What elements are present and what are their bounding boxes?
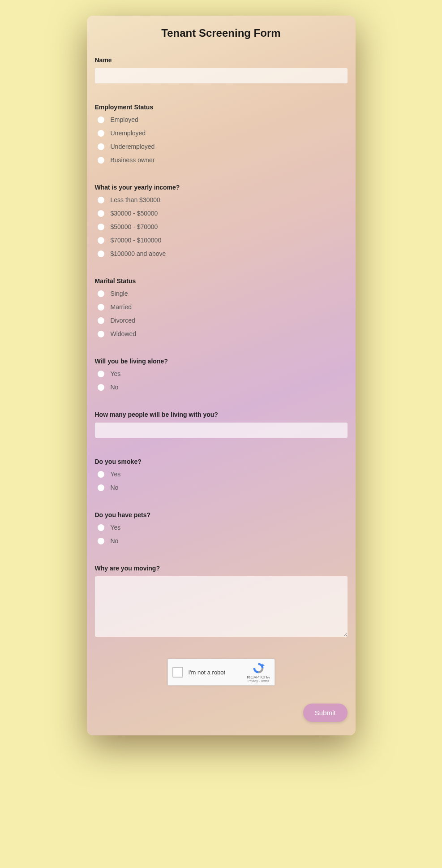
radio-icon[interactable] bbox=[98, 317, 104, 324]
radio-icon[interactable] bbox=[98, 371, 104, 377]
radio-icon[interactable] bbox=[98, 117, 104, 123]
recaptcha-container: I'm not a robot reCAPTCHA Privacy - Term… bbox=[95, 659, 348, 686]
income-label: What is your yearly income? bbox=[95, 184, 348, 191]
radio-label: Yes bbox=[111, 370, 121, 377]
radio-label: Divorced bbox=[111, 317, 135, 324]
radio-label: Business owner bbox=[111, 156, 155, 164]
field-employment: Employment Status Employed Unemployed Un… bbox=[95, 104, 348, 164]
recaptcha-checkbox[interactable] bbox=[172, 667, 183, 678]
radio-label: No bbox=[111, 484, 119, 491]
radio-label: Unemployed bbox=[111, 130, 146, 137]
smoke-options: Yes No bbox=[95, 471, 348, 491]
income-options: Less than $30000 $30000 - $50000 $50000 … bbox=[95, 196, 348, 257]
radio-label: Single bbox=[111, 290, 128, 297]
field-smoke: Do you smoke? Yes No bbox=[95, 458, 348, 491]
radio-icon[interactable] bbox=[98, 143, 104, 150]
pets-options: Yes No bbox=[95, 524, 348, 544]
marital-options: Single Married Divorced Widowed bbox=[95, 290, 348, 337]
radio-icon[interactable] bbox=[98, 250, 104, 257]
radio-icon[interactable] bbox=[98, 197, 104, 203]
radio-icon[interactable] bbox=[98, 237, 104, 244]
radio-icon[interactable] bbox=[98, 538, 104, 544]
radio-icon[interactable] bbox=[98, 331, 104, 337]
radio-item[interactable]: Widowed bbox=[95, 330, 348, 337]
radio-item[interactable]: $50000 - $70000 bbox=[95, 223, 348, 230]
field-alone: Will you be living alone? Yes No bbox=[95, 358, 348, 391]
radio-item[interactable]: No bbox=[95, 384, 348, 391]
submit-row: Submit bbox=[95, 704, 348, 722]
radio-icon[interactable] bbox=[98, 524, 104, 531]
radio-icon[interactable] bbox=[98, 210, 104, 217]
radio-icon[interactable] bbox=[98, 157, 104, 164]
radio-label: Employed bbox=[111, 116, 138, 123]
radio-item[interactable]: Single bbox=[95, 290, 348, 297]
field-pets: Do you have pets? Yes No bbox=[95, 511, 348, 544]
radio-item[interactable]: Yes bbox=[95, 370, 348, 377]
radio-label: No bbox=[111, 384, 119, 391]
radio-icon[interactable] bbox=[98, 484, 104, 491]
marital-label: Marital Status bbox=[95, 277, 348, 285]
people-label: How many people will be living with you? bbox=[95, 411, 348, 418]
radio-label: $30000 - $50000 bbox=[111, 210, 158, 217]
radio-label: $70000 - $100000 bbox=[111, 237, 162, 244]
radio-label: Yes bbox=[111, 524, 121, 531]
radio-item[interactable]: Yes bbox=[95, 471, 348, 478]
radio-label: $50000 - $70000 bbox=[111, 223, 158, 230]
radio-item[interactable]: $70000 - $100000 bbox=[95, 237, 348, 244]
employment-options: Employed Unemployed Underemployed Busine… bbox=[95, 116, 348, 164]
radio-item[interactable]: Divorced bbox=[95, 317, 348, 324]
submit-button[interactable]: Submit bbox=[303, 704, 348, 722]
form-title: Tenant Screening Form bbox=[95, 27, 348, 39]
radio-icon[interactable] bbox=[98, 471, 104, 478]
radio-label: Less than $30000 bbox=[111, 196, 160, 203]
radio-label: Widowed bbox=[111, 330, 137, 337]
people-input[interactable] bbox=[95, 423, 348, 438]
radio-item[interactable]: No bbox=[95, 537, 348, 544]
name-label: Name bbox=[95, 56, 348, 64]
svg-marker-0 bbox=[262, 663, 265, 665]
radio-item[interactable]: Less than $30000 bbox=[95, 196, 348, 203]
radio-icon[interactable] bbox=[98, 130, 104, 137]
alone-label: Will you be living alone? bbox=[95, 358, 348, 365]
recaptcha-brand: reCAPTCHA bbox=[247, 675, 270, 680]
smoke-label: Do you smoke? bbox=[95, 458, 348, 465]
field-income: What is your yearly income? Less than $3… bbox=[95, 184, 348, 257]
name-input[interactable] bbox=[95, 68, 348, 83]
radio-item[interactable]: Underemployed bbox=[95, 143, 348, 150]
moving-label: Why are you moving? bbox=[95, 565, 348, 572]
radio-icon[interactable] bbox=[98, 304, 104, 311]
form-card: Tenant Screening Form Name Employment St… bbox=[87, 16, 356, 735]
radio-item[interactable]: Business owner bbox=[95, 156, 348, 164]
alone-options: Yes No bbox=[95, 370, 348, 391]
recaptcha-logo-icon bbox=[252, 662, 265, 674]
pets-label: Do you have pets? bbox=[95, 511, 348, 518]
field-marital: Marital Status Single Married Divorced W… bbox=[95, 277, 348, 337]
recaptcha-links[interactable]: Privacy - Terms bbox=[247, 679, 270, 682]
recaptcha-text: I'm not a robot bbox=[189, 669, 242, 676]
recaptcha-box: I'm not a robot reCAPTCHA Privacy - Term… bbox=[167, 659, 275, 686]
radio-label: Yes bbox=[111, 471, 121, 478]
moving-textarea[interactable] bbox=[95, 576, 348, 637]
radio-icon[interactable] bbox=[98, 224, 104, 230]
field-name: Name bbox=[95, 56, 348, 83]
radio-item[interactable]: No bbox=[95, 484, 348, 491]
radio-icon[interactable] bbox=[98, 384, 104, 391]
radio-label: No bbox=[111, 537, 119, 544]
radio-icon[interactable] bbox=[98, 290, 104, 297]
radio-label: Underemployed bbox=[111, 143, 155, 150]
radio-item[interactable]: Yes bbox=[95, 524, 348, 531]
radio-label: Married bbox=[111, 303, 132, 311]
radio-label: $100000 and above bbox=[111, 250, 166, 257]
field-moving: Why are you moving? bbox=[95, 565, 348, 639]
recaptcha-branding: reCAPTCHA Privacy - Terms bbox=[247, 662, 270, 683]
radio-item[interactable]: Employed bbox=[95, 116, 348, 123]
radio-item[interactable]: Unemployed bbox=[95, 130, 348, 137]
radio-item[interactable]: $100000 and above bbox=[95, 250, 348, 257]
field-people: How many people will be living with you? bbox=[95, 411, 348, 438]
radio-item[interactable]: Married bbox=[95, 303, 348, 311]
employment-label: Employment Status bbox=[95, 104, 348, 111]
radio-item[interactable]: $30000 - $50000 bbox=[95, 210, 348, 217]
